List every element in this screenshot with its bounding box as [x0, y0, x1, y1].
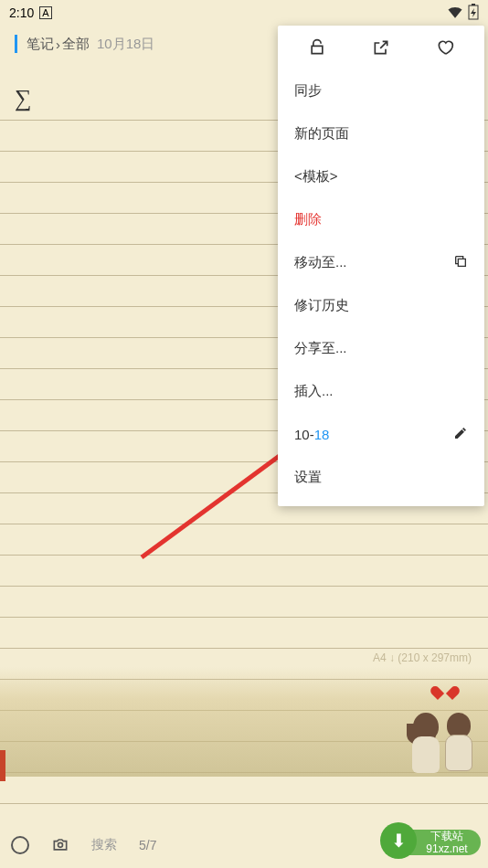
menu-sync-label: 同步 [294, 82, 322, 100]
open-external-icon[interactable] [372, 38, 390, 60]
page-dimensions: A4 ↓ (210 x 297mm) [373, 651, 472, 664]
status-bar: 2:10 A [0, 0, 488, 26]
menu-revision-label: 修订历史 [294, 297, 349, 314]
menu-share[interactable]: 分享至... [278, 327, 484, 370]
search-label[interactable]: 搜索 [91, 837, 117, 853]
menu-settings[interactable]: 设置 [278, 456, 484, 499]
menu-delete-label: 删除 [294, 211, 322, 228]
menu-date[interactable]: 10-18 [278, 413, 484, 456]
menu-insert[interactable]: 插入... [278, 370, 484, 413]
keyboard-icon: A [39, 6, 51, 19]
page-counter: 5/7 [139, 838, 156, 852]
bottom-toolbar: 搜索 5/7 [0, 822, 488, 868]
note-content: ∑ [15, 85, 32, 112]
menu-sync[interactable]: 同步 [278, 69, 484, 112]
menu-template[interactable]: <模板> [278, 155, 484, 198]
battery-icon [468, 4, 479, 23]
lock-icon[interactable] [308, 38, 326, 60]
status-time: 2:10 [9, 5, 34, 20]
menu-date-label: 10-18 [294, 427, 329, 442]
red-tab [0, 750, 5, 781]
camera-icon[interactable] [51, 835, 69, 856]
overflow-menu: 同步 新的页面 <模板> 删除 移动至... 修订历史 分享至... 插入...… [278, 26, 484, 506]
menu-new-page[interactable]: 新的页面 [278, 112, 484, 155]
breadcrumb-notes[interactable]: 笔记 [27, 36, 54, 53]
breadcrumb-all[interactable]: 全部 [62, 36, 90, 53]
menu-move-to[interactable]: 移动至... [278, 241, 484, 284]
copy-icon [453, 254, 468, 271]
girl-figure [408, 713, 443, 786]
menu-share-label: 分享至... [294, 340, 347, 357]
wifi-icon [446, 3, 464, 24]
boy-figure [441, 713, 476, 786]
heart-icon [436, 685, 454, 702]
couple-illustration [401, 685, 483, 786]
breadcrumb-sep: › [56, 37, 60, 52]
menu-template-label: <模板> [294, 168, 338, 185]
menu-revision[interactable]: 修订历史 [278, 284, 484, 327]
menu-delete[interactable]: 删除 [278, 198, 484, 241]
menu-move-label: 移动至... [294, 254, 347, 271]
menu-insert-label: 插入... [294, 383, 334, 400]
svg-point-4 [58, 842, 63, 847]
accent-bar [15, 35, 17, 53]
menu-new-page-label: 新的页面 [294, 125, 349, 143]
breadcrumb-date: 10月18日 [97, 36, 154, 53]
heart-outline-icon[interactable] [436, 38, 454, 60]
edit-icon [453, 426, 468, 443]
svg-rect-1 [472, 4, 475, 5]
record-icon[interactable] [11, 836, 29, 854]
menu-settings-label: 设置 [294, 469, 322, 486]
